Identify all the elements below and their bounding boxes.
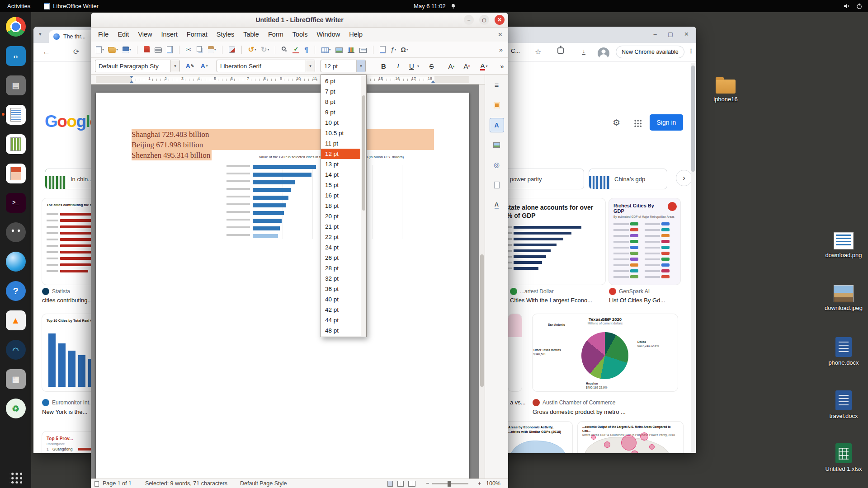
dock-recycle-app-icon[interactable]: ♻ [6,399,26,418]
font-color-button[interactable]: A ▾ [478,60,490,72]
font-size-option[interactable]: 32 pt [321,273,360,284]
italic-button[interactable]: I [392,60,404,72]
dock-dark-blue-app-icon[interactable]: ◠ [6,340,26,360]
font-size-option[interactable]: 7 pt [321,86,360,97]
desktop-icon-phone-docx[interactable]: phone.docx [822,337,865,366]
new-document-button[interactable]: ▾ [94,44,105,56]
combo-dropdown-icon[interactable]: ▾ [306,60,315,72]
insert-table-button[interactable]: ▾ [320,44,332,56]
spelling-button[interactable]: ✓ [291,44,301,56]
tab-search-icon[interactable]: ▾ [39,31,42,37]
page-style[interactable]: Default Page Style [240,480,287,487]
underline-dropdown-icon[interactable]: ▾ [417,64,419,68]
desktop-icon-travel-docx[interactable]: travel.docx [822,390,865,419]
font-size-option[interactable]: 22 pt [321,232,360,242]
formatting-marks-button[interactable]: ¶ [303,44,310,56]
dock-blue-sphere-app-icon[interactable] [6,252,26,272]
toolbar-overflow-button[interactable]: » [498,44,505,56]
bookmark-star-icon[interactable]: ☆ [535,47,541,56]
chrome-close-button[interactable]: ✕ [684,31,689,38]
result-thumbnail-richest-cities[interactable]: Richest Cities By GDP By estimated GDP o… [609,198,680,285]
font-size-option[interactable]: 26 pt [321,253,360,263]
font-size-option[interactable]: 14 pt [321,169,360,180]
strikethrough-button[interactable]: S [425,60,438,72]
font-name-combo[interactable]: Liberation Serif ▾ [217,60,315,72]
close-document-icon[interactable]: ✕ [498,31,503,38]
dock-libreoffice-impress-icon[interactable] [6,164,26,183]
paragraph-style-combo[interactable]: Default Paragraph Sty ▾ [95,60,180,72]
find-replace-button[interactable] [280,44,289,56]
insert-textbox-button[interactable] [358,44,368,56]
font-size-option[interactable]: 20 pt [321,211,360,221]
undo-button[interactable]: ↺ ▾ [247,44,258,56]
shrink-font-button[interactable]: A▾ [461,60,473,72]
print-button[interactable] [153,44,164,56]
insert-pagebreak-button[interactable] [378,44,387,56]
multi-page-view-button[interactable] [397,481,404,487]
result-title[interactable]: a vs... [510,399,526,406]
font-size-option[interactable]: 24 pt [321,242,360,253]
dock-libreoffice-calc-icon[interactable] [6,134,26,154]
font-size-option[interactable]: 28 pt [321,263,360,273]
print-preview-button[interactable] [165,44,175,56]
dock-gray-app-icon[interactable]: ▦ [6,369,26,389]
chrome-scrollbar[interactable] [691,63,695,452]
font-size-option[interactable]: 44 pt [321,315,360,325]
result-thumbnail-map-bubbles[interactable]: ...conomic Output of the Largest U.S. Me… [578,422,683,453]
font-size-option[interactable]: 11 pt [321,138,360,149]
open-button[interactable]: ▾ [107,44,119,56]
styles-icon[interactable]: A [490,118,504,132]
new-style-button[interactable]: A+ [198,60,210,72]
update-style-button[interactable]: A✎ [184,60,196,72]
combo-dropdown-icon[interactable]: ▾ [170,60,179,72]
result-thumbnail-partial[interactable] [508,314,522,391]
result-source[interactable]: GenSpark AI [609,288,650,295]
result-source[interactable]: Euromonitor Int... [42,399,94,406]
font-size-option[interactable]: 6 pt [321,76,360,86]
downloads-icon[interactable]: ↓ [582,47,585,55]
volume-icon[interactable] [843,3,850,9]
result-title[interactable]: Cities With the Largest Econo... [510,297,592,304]
menu-item[interactable]: Window [312,28,345,41]
font-size-option[interactable]: 15 pt [321,180,360,190]
font-size-option[interactable]: 40 pt [321,294,360,305]
writer-scrollbar-thumb[interactable] [480,254,484,387]
grow-font-button[interactable]: A▴ [445,60,458,72]
insert-field-button[interactable]: ƒ ▾ [389,44,398,56]
related-search-chip[interactable]: China's gdp [589,169,667,189]
minimize-button[interactable]: – [464,15,474,25]
gallery-icon[interactable] [490,138,504,152]
dock-libreoffice-writer-icon[interactable] [6,105,26,125]
dock-help-icon[interactable]: ? [6,281,26,301]
document-area[interactable]: Shanghai 729.483 billionBeijing 671.998 … [91,84,479,479]
result-title[interactable]: Gross domestic product by metro ... [533,408,626,415]
sidebar-menu-icon[interactable]: ≡ [490,78,504,93]
cut-button[interactable]: ✂ [184,44,193,56]
zoom-out-button[interactable]: − [426,480,429,487]
menu-item[interactable]: View [133,28,156,41]
redo-button[interactable]: ↻ ▾ [259,44,270,56]
menu-item[interactable]: Form [264,28,288,41]
selected-text-line[interactable]: Shanghai 729.483 billion [132,129,434,140]
close-button[interactable]: ✕ [495,15,505,25]
power-icon[interactable] [856,3,863,9]
show-applications-icon[interactable] [9,471,22,483]
desktop-icon-download-png[interactable]: download.png [822,232,865,258]
font-size-option[interactable]: 12 pt [321,149,360,159]
dock-vlc-icon[interactable]: ▲ [6,310,26,330]
combo-dropdown-icon[interactable]: ▾ [356,60,365,72]
horizontal-ruler[interactable]: 123456789101112131415161718 [91,75,508,84]
result-thumbnail-texas-pie[interactable]: Texas GDP 2020 Millions of current dolla… [533,314,678,391]
result-title[interactable]: cities contributing... [42,297,92,304]
extensions-icon[interactable] [557,47,564,54]
font-size-combo[interactable]: 12 pt ▾ [321,60,366,72]
zoom-in-button[interactable]: + [478,480,481,487]
menu-item[interactable]: Format [182,28,212,41]
menu-item[interactable]: Insert [157,28,182,41]
back-button[interactable]: ← [42,47,50,56]
single-page-view-button[interactable] [387,481,393,487]
document-page[interactable]: Shanghai 729.483 billionBeijing 671.998 … [96,93,469,479]
zoom-slider-thumb[interactable] [448,481,451,487]
zoom-level[interactable]: 100% [486,480,500,487]
clock[interactable]: May 6 11:02 [414,3,456,9]
